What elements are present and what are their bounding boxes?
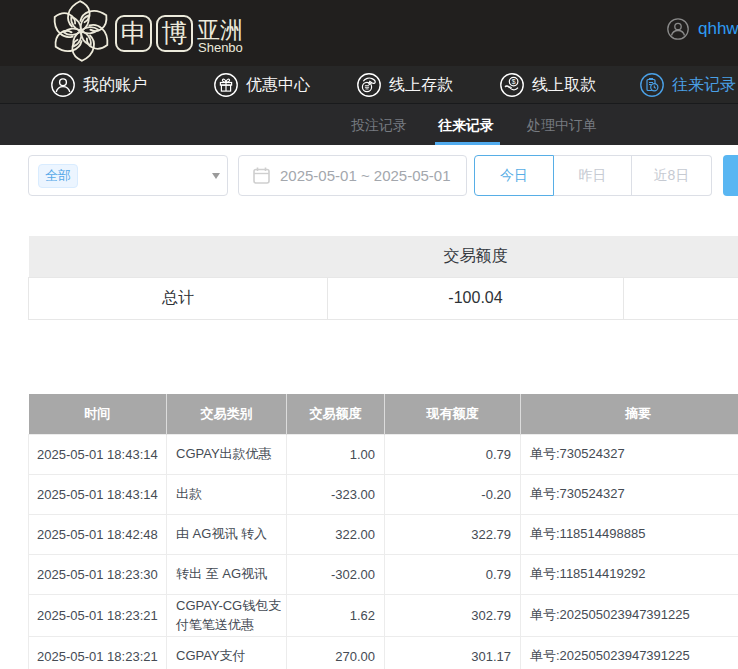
svg-text:$: $	[512, 78, 516, 85]
